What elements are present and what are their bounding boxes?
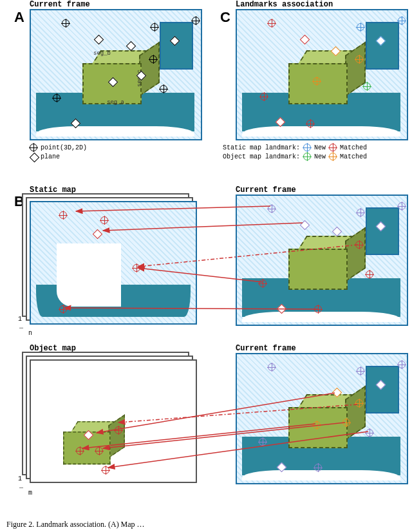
cfb2-v3 <box>398 361 406 368</box>
sm-red-2 <box>100 216 108 224</box>
panel-a-frame: seg_b seg_c seg_a <box>30 9 202 140</box>
legend-a-plane: plane <box>30 152 87 161</box>
title-current-frame-b2: Current frame <box>236 344 296 353</box>
cfb1-v2 <box>357 209 364 216</box>
figure-root: A C B Current frame Landmarks associatio… <box>0 0 412 532</box>
c-orange-1 <box>355 55 363 63</box>
title-panel-c: Landmarks association <box>236 0 333 9</box>
c-blue-1 <box>357 23 364 31</box>
om-r3 <box>95 447 103 455</box>
static-map-cutout <box>57 243 121 307</box>
legend-c-row-static: Static map landmark: New Matched <box>223 143 409 152</box>
pt3d2d-1 <box>62 19 70 27</box>
legend-c-object-new: New <box>314 153 326 160</box>
legend-c-row-object: Object map landmark: New Matched <box>223 152 409 161</box>
panel-c-frame <box>236 9 408 140</box>
legend-c-static-new: New <box>314 144 326 151</box>
c-dia-red-1 <box>300 35 310 45</box>
title-panel-a: Current frame <box>30 0 90 9</box>
c-red-1 <box>268 19 276 27</box>
cfb2-o2 <box>313 421 321 429</box>
legend-a-point-label: point(3D,2D) <box>41 144 87 151</box>
cfb2-v2 <box>357 367 364 375</box>
static-map-stack <box>22 193 202 328</box>
legend-c-static-match: Matched <box>340 144 367 151</box>
sm-dia-1 <box>93 229 103 240</box>
plane-2 <box>126 41 136 52</box>
c-green-1 <box>363 82 371 90</box>
static-idx-1: 1 <box>18 316 22 323</box>
pt3d2d-6 <box>53 94 61 102</box>
figure-caption: Figure 2. Landmark association. (A) Map … <box>6 520 406 529</box>
cfb1-r4 <box>314 305 322 313</box>
legend-a-plane-label: plane <box>41 153 60 160</box>
legend-c-object-match: Matched <box>340 153 367 160</box>
sm-red-1 <box>59 211 67 219</box>
legend-c-object-label: Object map landmark: <box>223 153 300 160</box>
om-r1 <box>115 426 122 434</box>
sm-red-4 <box>59 305 67 313</box>
pt3d2d-2 <box>151 23 158 31</box>
object-idx-1: 1 <box>18 475 22 482</box>
plane-1 <box>94 35 104 45</box>
cfb2-v4 <box>366 429 373 437</box>
panel-a-subplane <box>160 22 193 70</box>
object-idx-dots: … <box>19 483 23 490</box>
cfb2-subplane <box>366 366 399 413</box>
cfb2-v1 <box>268 363 276 371</box>
panel-c-cube <box>288 50 359 108</box>
static-idx-dots: … <box>19 323 23 330</box>
current-frame-b1 <box>236 195 408 326</box>
label-seg-a: seg_a <box>107 99 124 106</box>
cfb1-v1 <box>268 205 276 213</box>
cfb2-v6 <box>314 464 322 471</box>
cfb1-r3 <box>259 280 267 287</box>
cfb1-subplane <box>366 207 399 255</box>
pt3d2d-3 <box>192 17 200 24</box>
c-blue-2 <box>398 17 406 24</box>
legend-c: Static map landmark: New Matched Object … <box>223 143 409 161</box>
legend-a-point: point(3D,2D) <box>30 143 87 152</box>
sm-red-3 <box>133 264 140 272</box>
label-seg-b: seg_b <box>93 50 111 57</box>
cfb2-o3 <box>342 419 350 426</box>
cfb1-cube <box>288 236 359 294</box>
pt3d2d-4 <box>149 55 157 63</box>
legend-c-static-label: Static map landmark: <box>223 144 300 151</box>
panel-c-subplane <box>366 22 399 70</box>
cfb1-r1 <box>355 241 363 249</box>
object-map-cube <box>63 421 120 468</box>
object-idx-m: m <box>28 489 32 497</box>
panel-letter-c: C <box>220 9 230 26</box>
cfb2-v5 <box>259 438 267 446</box>
cfb1-d1 <box>300 220 310 231</box>
c-red-3 <box>306 120 314 128</box>
panel-letter-a: A <box>14 9 24 26</box>
pt3d2d-5 <box>160 85 167 93</box>
om-r2 <box>76 447 84 455</box>
current-frame-b2 <box>236 353 408 484</box>
legend-a: point(3D,2D) plane <box>30 143 87 161</box>
object-map-stack <box>22 352 202 487</box>
static-idx-n: n <box>28 330 32 337</box>
cfb1-v3 <box>398 202 406 210</box>
cfb2-o1 <box>355 399 363 407</box>
c-red-2 <box>260 93 268 100</box>
cfb1-r2 <box>366 271 373 278</box>
cfb1-d2 <box>332 227 342 237</box>
om-r4 <box>102 466 109 474</box>
title-current-frame-b1: Current frame <box>236 185 296 195</box>
c-orange-2 <box>313 77 321 85</box>
